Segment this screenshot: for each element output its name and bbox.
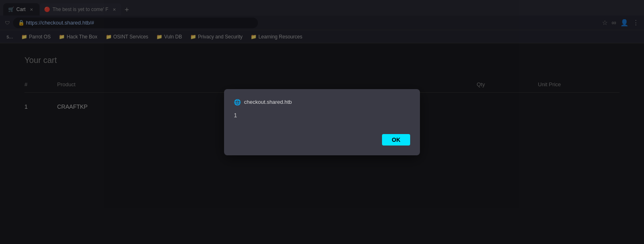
dialog-overlay: 🌐 checkout.shared.htb 1 OK: [0, 0, 644, 244]
dialog-box: 🌐 checkout.shared.htb 1 OK: [224, 89, 420, 155]
globe-icon: 🌐: [234, 99, 241, 105]
dialog-buttons: OK: [234, 134, 410, 146]
dialog-ok-button[interactable]: OK: [382, 134, 410, 146]
dialog-domain: checkout.shared.htb: [244, 99, 292, 105]
dialog-header: 🌐 checkout.shared.htb: [234, 99, 410, 105]
dialog-message: 1: [234, 112, 410, 124]
